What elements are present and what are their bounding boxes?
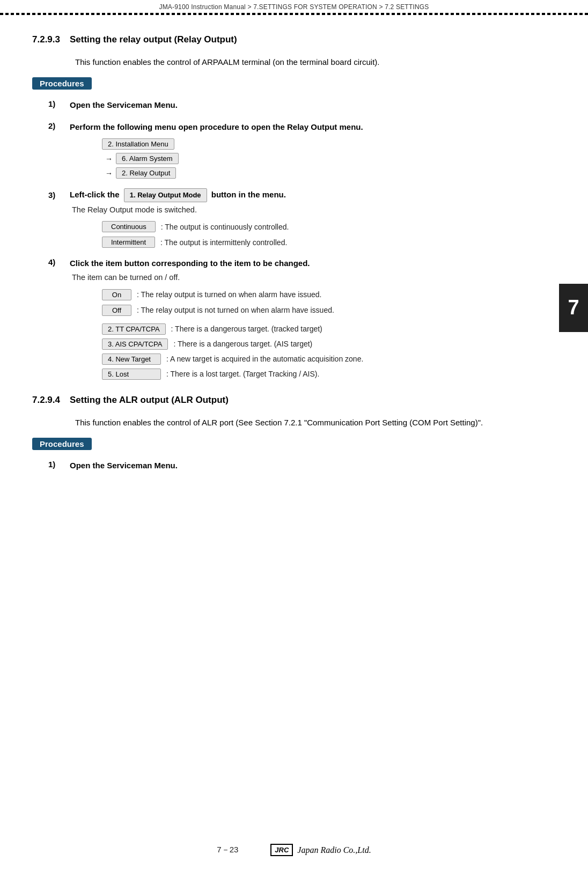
item-new-target: 4. New Target : A new target is acquired… [102,354,556,365]
on-off-options: 7 On : The relay output is turned on whe… [102,289,556,316]
section-title-7294: Setting the ALR output (ALR Output) [70,395,229,406]
intermittent-btn[interactable]: Intermittent [102,237,155,248]
page-number: 7－23 [217,845,238,855]
item-tt-cpa: 2. TT CPA/TCPA : There is a dangerous ta… [102,323,556,335]
option-continuous: Continuous : The output is continuously … [102,221,556,232]
step-1: 1) Open the Serviceman Menu. [48,99,556,112]
jrc-name: Japan Radio Co.,Ltd. [297,845,371,855]
procedures-badge-2: Procedures [32,438,92,450]
on-btn[interactable]: On [102,289,131,300]
step-3: 3) Left-click the 1. Relay Output Mode b… [48,188,556,248]
section-title-7293: Setting the relay output (Relay Output) [70,34,237,45]
step-4: 4) Click the item button corresponding t… [48,257,556,379]
section-intro-7294: This function enables the control of ALR… [75,416,556,429]
section-7294: 7.2.9.4 Setting the ALR output (ALR Outp… [32,395,556,472]
breadcrumb: JMA-9100 Instruction Manual > 7.SETTINGS… [0,0,588,14]
section-number-7293: 7.2.9.3 [32,34,60,45]
main-content: 7.2.9.3 Setting the relay output (Relay … [0,25,588,503]
step-3-sub: The Relay Output mode is switched. [72,204,556,216]
item-lost: 5. Lost : There is a lost target. (Targe… [102,369,556,380]
menu-arrow-2: → [105,169,113,178]
mode-options: Continuous : The output is continuously … [102,221,556,248]
section-number-7294: 7.2.9.4 [32,395,60,406]
chapter-tab: 7 [559,284,588,332]
option-on: On : The relay output is turned on when … [102,289,556,300]
item-ais-cpa: 3. AIS CPA/TCPA : There is a dangerous t… [102,338,556,350]
section-7293: 7.2.9.3 Setting the relay output (Relay … [32,34,556,380]
footer-logo: JRC Japan Radio Co.,Ltd. [270,844,371,856]
menu-btn-alarm-system[interactable]: 6. Alarm System [116,153,179,164]
items-block: 2. TT CPA/TCPA : There is a dangerous ta… [102,323,556,380]
continuous-btn[interactable]: Continuous [102,221,156,232]
new-target-btn[interactable]: 4. New Target [102,354,161,365]
step-4-sub: The item can be turned on / off. [72,272,556,284]
menu-btn-relay-output[interactable]: 2. Relay Output [116,167,176,179]
footer: 7－23 JRC Japan Radio Co.,Ltd. [0,844,588,856]
ais-cpa-btn[interactable]: 3. AIS CPA/TCPA [102,338,168,350]
step-2: 2) Perform the following menu open proce… [48,121,556,179]
dashed-divider [0,14,588,15]
procedures-badge-1: Procedures [32,77,92,90]
tt-cpa-btn[interactable]: 2. TT CPA/TCPA [102,323,166,335]
menu-chain: 2. Installation Menu → 6. Alarm System →… [102,138,556,179]
jrc-badge: JRC [270,844,293,856]
step-2-1: 1) Open the Serviceman Menu. [48,460,556,472]
off-btn[interactable]: Off [102,305,131,316]
steps-list-1: 1) Open the Serviceman Menu. 2) Perform … [48,99,556,380]
section-intro-7293: This function enables the control of ARP… [75,56,556,69]
lost-btn[interactable]: 5. Lost [102,369,161,380]
menu-arrow-1: → [105,154,113,163]
option-intermittent: Intermittent : The output is intermitten… [102,237,556,248]
option-off: Off : The relay output is not turned on … [102,305,556,316]
steps-list-2: 1) Open the Serviceman Menu. [48,460,556,472]
relay-output-mode-btn[interactable]: 1. Relay Output Mode [124,188,207,202]
menu-btn-installation[interactable]: 2. Installation Menu [102,138,174,150]
